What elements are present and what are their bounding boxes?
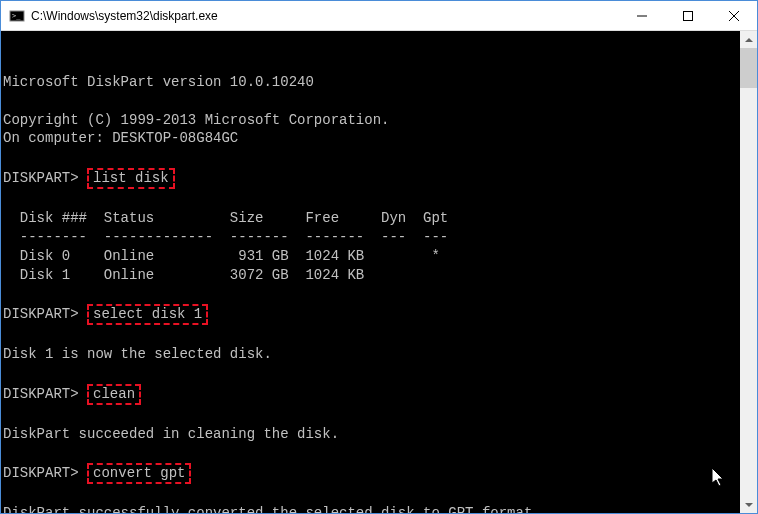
vertical-scrollbar[interactable] bbox=[740, 31, 757, 513]
chevron-down-icon bbox=[745, 503, 753, 507]
maximize-icon bbox=[683, 11, 693, 21]
table-row: Disk 1 Online 3072 GB 1024 KB bbox=[3, 267, 364, 283]
terminal-output[interactable]: Microsoft DiskPart version 10.0.10240 Co… bbox=[1, 31, 740, 513]
content-wrapper: Microsoft DiskPart version 10.0.10240 Co… bbox=[1, 31, 757, 513]
prompt: DISKPART> bbox=[3, 170, 79, 186]
scrollbar-thumb[interactable] bbox=[740, 48, 757, 88]
chevron-up-icon bbox=[745, 38, 753, 42]
minimize-button[interactable] bbox=[619, 1, 665, 30]
close-icon bbox=[729, 11, 739, 21]
window-title: C:\Windows\system32\diskpart.exe bbox=[31, 9, 619, 23]
svg-text:>_: >_ bbox=[12, 12, 21, 20]
table-divider: -------- ------------- ------- ------- -… bbox=[3, 229, 448, 245]
version-text: Microsoft DiskPart version 10.0.10240 bbox=[3, 74, 314, 90]
minimize-icon bbox=[637, 11, 647, 21]
highlighted-command: clean bbox=[87, 384, 141, 405]
prompt: DISKPART> bbox=[3, 465, 79, 481]
window-controls bbox=[619, 1, 757, 30]
highlighted-command: select disk 1 bbox=[87, 304, 208, 325]
close-button[interactable] bbox=[711, 1, 757, 30]
scrollbar-down-arrow[interactable] bbox=[740, 496, 757, 513]
scrollbar-up-arrow[interactable] bbox=[740, 31, 757, 48]
terminal-line: Microsoft DiskPart version 10.0.10240 Co… bbox=[3, 54, 738, 513]
computer-text: On computer: DESKTOP-08G84GC bbox=[3, 130, 238, 146]
result-text: Disk 1 is now the selected disk. bbox=[3, 346, 272, 362]
prompt: DISKPART> bbox=[3, 306, 79, 322]
svg-rect-3 bbox=[684, 11, 693, 20]
result-text: DiskPart succeeded in cleaning the disk. bbox=[3, 426, 339, 442]
maximize-button[interactable] bbox=[665, 1, 711, 30]
copyright-text: Copyright (C) 1999-2013 Microsoft Corpor… bbox=[3, 112, 389, 128]
result-text: DiskPart successfully converted the sele… bbox=[3, 505, 541, 513]
table-header: Disk ### Status Size Free Dyn Gpt bbox=[3, 210, 448, 226]
titlebar[interactable]: >_ C:\Windows\system32\diskpart.exe bbox=[1, 1, 757, 31]
console-window: >_ C:\Windows\system32\diskpart.exe bbox=[0, 0, 758, 514]
highlighted-command: convert gpt bbox=[87, 463, 191, 484]
table-row: Disk 0 Online 931 GB 1024 KB * bbox=[3, 248, 440, 264]
app-icon: >_ bbox=[9, 8, 25, 24]
highlighted-command: list disk bbox=[87, 168, 175, 189]
prompt: DISKPART> bbox=[3, 386, 79, 402]
scrollbar-track[interactable] bbox=[740, 48, 757, 496]
